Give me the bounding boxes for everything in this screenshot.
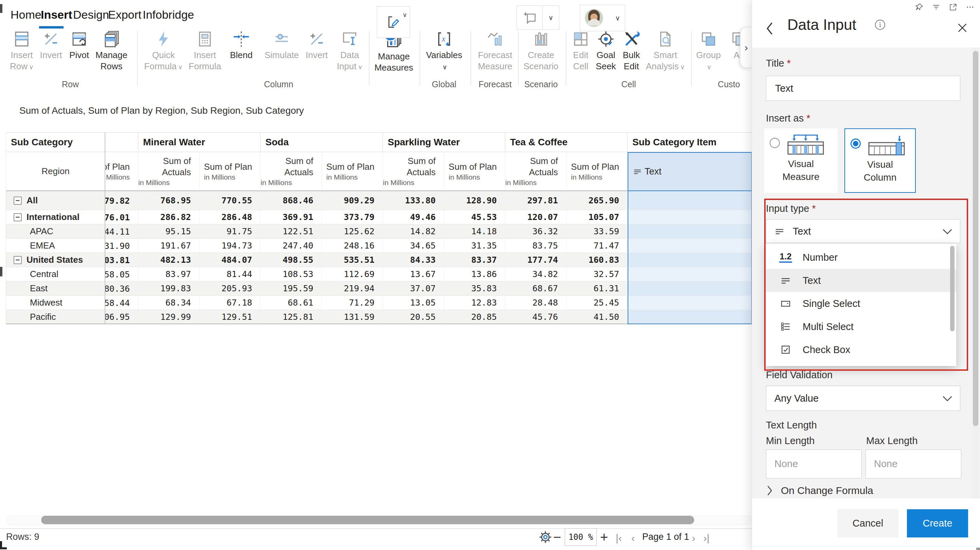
option-number[interactable]: 1.2 Number bbox=[766, 246, 956, 269]
value-cell[interactable]: 49.46 bbox=[383, 210, 444, 224]
group-header-tea-coffee[interactable]: Tea & Coffee bbox=[505, 133, 628, 152]
value-cell[interactable]: 131.59 bbox=[322, 310, 383, 324]
zoom-out-button[interactable]: − bbox=[553, 529, 561, 545]
value-cell[interactable]: 247.40 bbox=[261, 239, 322, 253]
smart-analysis-button[interactable]: SmartAnalysis∨ bbox=[645, 30, 686, 73]
user-menu-button[interactable]: ∨ bbox=[580, 5, 625, 31]
measure-column-header[interactable]: Sum of Planin Millions bbox=[199, 152, 261, 191]
radio-unselected-icon[interactable] bbox=[770, 138, 780, 148]
value-cell[interactable]: 12.83 bbox=[444, 296, 505, 310]
zoom-level-input[interactable]: 100 % bbox=[565, 528, 597, 546]
value-cell[interactable]: 84.33 bbox=[383, 253, 444, 267]
value-cell-clipped[interactable]: 1,331.90 bbox=[105, 239, 138, 253]
previous-page-button[interactable]: ‹ bbox=[632, 533, 635, 544]
value-cell-clipped[interactable]: 1,158.05 bbox=[105, 267, 138, 281]
insert-as-visual-measure-option[interactable]: VisualMeasure bbox=[764, 128, 838, 193]
value-cell[interactable]: 35.83 bbox=[444, 281, 505, 296]
value-cell[interactable]: 129.99 bbox=[138, 310, 199, 324]
value-cell-clipped[interactable]: 7,279.82 bbox=[105, 191, 138, 210]
new-data-input-cell[interactable] bbox=[628, 310, 752, 324]
comment-dropdown-button[interactable]: ∨ bbox=[542, 5, 559, 30]
value-cell[interactable]: 129.51 bbox=[199, 310, 261, 324]
row-label-cell[interactable]: Pacific bbox=[6, 310, 105, 324]
value-cell-clipped[interactable]: 1,206.95 bbox=[105, 310, 138, 324]
value-cell[interactable]: 91.75 bbox=[199, 224, 261, 239]
option-single-select[interactable]: Single Select bbox=[766, 292, 956, 315]
measure-column-header[interactable]: Sum of Actualsin Millions bbox=[261, 152, 322, 191]
value-cell[interactable]: 83.75 bbox=[505, 239, 566, 253]
value-cell[interactable]: 13.05 bbox=[383, 296, 444, 310]
measure-column-header[interactable]: Sum of Planin Millions bbox=[444, 152, 505, 191]
measure-column-header[interactable]: Sum of Planin Millions bbox=[322, 152, 383, 191]
value-cell[interactable]: 95.15 bbox=[138, 224, 199, 239]
row-label-cell[interactable]: −United States bbox=[6, 253, 105, 267]
dropdown-scrollbar-thumb[interactable] bbox=[950, 246, 955, 331]
value-cell[interactable]: 133.80 bbox=[383, 191, 444, 210]
value-cell[interactable]: 33.59 bbox=[566, 224, 628, 239]
value-cell[interactable]: 81.44 bbox=[199, 267, 261, 281]
column-header-sub-category[interactable]: Sub Category bbox=[6, 133, 105, 152]
value-cell[interactable]: 482.13 bbox=[138, 253, 199, 267]
value-cell[interactable]: 535.51 bbox=[322, 253, 383, 267]
field-validation-select[interactable]: Any Value bbox=[766, 386, 960, 411]
value-cell[interactable]: 37.07 bbox=[383, 281, 444, 296]
value-cell[interactable]: 484.07 bbox=[199, 253, 261, 267]
frozen-pane-divider[interactable] bbox=[105, 132, 105, 324]
horizontal-scrollbar-thumb[interactable] bbox=[41, 516, 694, 524]
collapse-icon[interactable]: − bbox=[14, 213, 22, 221]
value-cell[interactable]: 34.65 bbox=[383, 239, 444, 253]
value-cell[interactable]: 248.16 bbox=[322, 239, 383, 253]
value-cell[interactable]: 286.48 bbox=[199, 210, 261, 224]
value-cell[interactable]: 61.31 bbox=[566, 281, 628, 296]
value-cell[interactable]: 20.85 bbox=[444, 310, 505, 324]
value-cell[interactable]: 195.59 bbox=[261, 281, 322, 296]
value-cell[interactable]: 83.37 bbox=[444, 253, 505, 267]
tab-home[interactable]: Home bbox=[11, 8, 41, 21]
tab-design[interactable]: Design bbox=[73, 8, 109, 21]
group-header-sub-category-item[interactable]: Sub Category Item bbox=[628, 133, 752, 152]
tab-export[interactable]: Export bbox=[108, 8, 142, 21]
insert-as-visual-column-option[interactable]: VisualColumn bbox=[845, 128, 916, 193]
option-check-box[interactable]: Check Box bbox=[766, 338, 956, 361]
data-input-button[interactable]: DataInput∨ bbox=[329, 30, 370, 73]
panel-scrollbar-thumb[interactable] bbox=[973, 51, 978, 426]
input-type-select[interactable]: Text bbox=[766, 219, 960, 243]
forecast-measure-button[interactable]: ForecastMeasure bbox=[475, 30, 515, 72]
value-cell[interactable]: 25.45 bbox=[566, 296, 628, 310]
info-icon[interactable]: i bbox=[875, 20, 885, 30]
min-length-input[interactable] bbox=[766, 450, 862, 479]
value-cell[interactable]: 68.61 bbox=[261, 296, 322, 310]
create-button[interactable]: Create bbox=[907, 509, 968, 537]
last-page-button[interactable]: ›| bbox=[703, 533, 710, 544]
create-scenario-button[interactable]: CreateScenario bbox=[520, 30, 562, 72]
measure-column-header[interactable]: Sum of Planin Millions bbox=[105, 152, 138, 191]
value-cell[interactable]: 83.97 bbox=[138, 267, 199, 281]
value-cell[interactable]: 199.83 bbox=[138, 281, 199, 296]
new-data-input-cell[interactable] bbox=[628, 296, 752, 310]
collapse-icon[interactable]: − bbox=[14, 197, 22, 205]
value-cell[interactable]: 265.90 bbox=[566, 191, 628, 210]
value-cell-clipped[interactable]: 1,144.11 bbox=[105, 224, 138, 239]
row-label-cell[interactable]: −International bbox=[6, 210, 105, 224]
more-options-icon[interactable] bbox=[966, 3, 975, 11]
value-cell[interactable]: 770.55 bbox=[199, 191, 261, 210]
value-cell[interactable]: 20.55 bbox=[383, 310, 444, 324]
pin-icon[interactable] bbox=[915, 3, 924, 11]
value-cell[interactable]: 31.35 bbox=[444, 239, 505, 253]
value-cell[interactable]: 205.93 bbox=[199, 281, 261, 296]
close-panel-button[interactable] bbox=[956, 21, 969, 35]
expand-ribbon-button[interactable]: › bbox=[740, 27, 752, 68]
cancel-button[interactable]: Cancel bbox=[837, 509, 899, 537]
value-cell[interactable]: 160.83 bbox=[566, 253, 628, 267]
value-cell[interactable]: 105.07 bbox=[566, 210, 628, 224]
first-page-button[interactable]: |‹ bbox=[616, 533, 622, 544]
value-cell[interactable]: 122.51 bbox=[261, 224, 322, 239]
row-label-cell[interactable]: EMEA bbox=[6, 239, 105, 253]
new-data-input-column-header[interactable]: Text bbox=[628, 152, 752, 191]
max-length-input[interactable] bbox=[865, 450, 961, 479]
new-data-input-cell[interactable] bbox=[628, 239, 752, 253]
measure-column-header[interactable]: Sum of Planin Millions bbox=[566, 152, 628, 191]
group-header-sparkling-water[interactable]: Sparkling Water bbox=[383, 133, 505, 152]
tab-infobridge[interactable]: Infobridge bbox=[143, 8, 194, 21]
value-cell[interactable]: 125.62 bbox=[322, 224, 383, 239]
